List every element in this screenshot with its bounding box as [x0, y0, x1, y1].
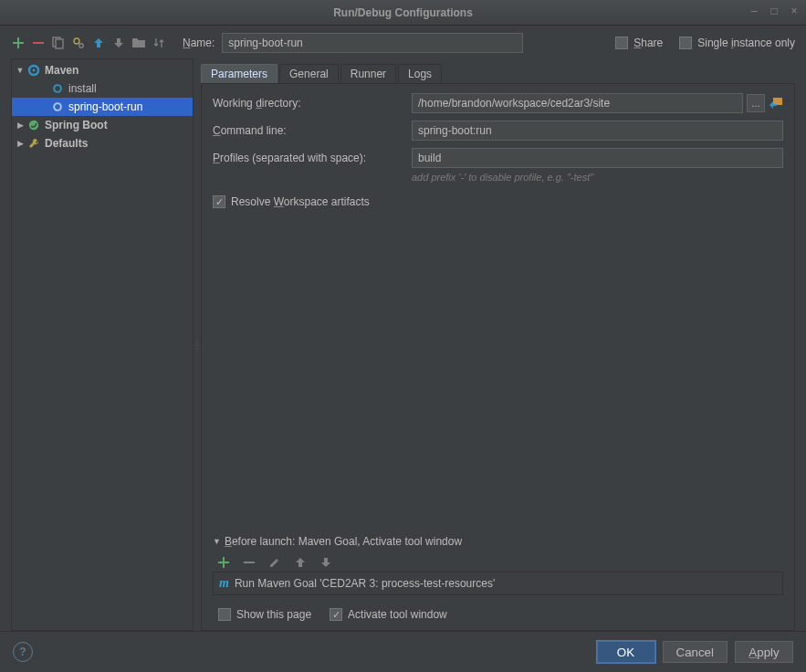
- remove-task-icon[interactable]: [242, 555, 256, 570]
- chevron-right-icon: ▶: [16, 139, 25, 148]
- svg-point-8: [54, 103, 61, 110]
- edit-task-icon[interactable]: [267, 555, 282, 570]
- settings-icon[interactable]: [71, 36, 86, 50]
- config-tree[interactable]: ▼ Maven install spring-boot-r: [11, 58, 194, 631]
- maximize-icon[interactable]: □: [768, 5, 780, 17]
- close-icon[interactable]: ×: [788, 5, 801, 17]
- svg-point-7: [54, 85, 61, 92]
- tab-logs[interactable]: Logs: [398, 64, 442, 83]
- minimize-icon[interactable]: –: [748, 5, 760, 17]
- svg-point-4: [79, 44, 83, 47]
- profiles-hint: add prefix '-' to disable profile, e.g. …: [412, 172, 783, 183]
- task-up-icon[interactable]: [293, 555, 308, 570]
- maven-badge-icon: m: [219, 576, 229, 591]
- add-task-icon[interactable]: [216, 555, 231, 570]
- svg-rect-10: [773, 98, 782, 105]
- single-instance-checkbox[interactable]: Single instance only: [679, 37, 795, 49]
- tree-node-spring-boot-run[interactable]: spring-boot-run: [12, 98, 193, 116]
- before-launch-section: ▼ Before launch: Maven Goal, Activate to…: [213, 535, 783, 621]
- profiles-input[interactable]: [412, 148, 783, 168]
- checkbox-icon: [213, 195, 225, 208]
- tab-general[interactable]: General: [279, 64, 339, 83]
- working-dir-input[interactable]: [412, 93, 743, 113]
- working-dir-label: Working directory:: [213, 97, 404, 110]
- insert-path-icon[interactable]: [769, 96, 783, 110]
- before-launch-label: Before launch: Maven Goal, Activate tool…: [225, 535, 462, 548]
- browse-button[interactable]: …: [747, 94, 765, 112]
- move-down-icon[interactable]: [111, 36, 126, 50]
- cancel-button[interactable]: Cancel: [663, 641, 728, 663]
- parameters-panel: Working directory: … Command line: Profi…: [201, 83, 795, 631]
- tab-parameters[interactable]: Parameters: [201, 64, 277, 83]
- add-config-icon[interactable]: [11, 36, 26, 50]
- folder-icon[interactable]: [131, 36, 146, 50]
- chevron-down-icon[interactable]: ▼: [213, 537, 221, 546]
- tree-node-maven[interactable]: ▼ Maven: [12, 61, 193, 79]
- help-button[interactable]: ?: [13, 642, 33, 662]
- svg-rect-0: [33, 42, 44, 44]
- gear-icon: [50, 81, 65, 96]
- checkbox-icon: [218, 608, 231, 621]
- command-line-input[interactable]: [412, 121, 783, 141]
- svg-rect-2: [56, 39, 63, 48]
- activate-tool-window-checkbox[interactable]: Activate tool window: [330, 608, 447, 621]
- svg-point-3: [74, 38, 79, 44]
- task-down-icon[interactable]: [319, 555, 333, 570]
- tree-node-spring-boot[interactable]: ▶ Spring Boot: [12, 116, 193, 134]
- top-toolbar: Name: Share Single instance only: [0, 26, 806, 58]
- move-up-icon[interactable]: [91, 36, 106, 50]
- name-label: Name:: [183, 37, 215, 49]
- ok-button[interactable]: OK: [597, 641, 655, 663]
- wrench-icon: [26, 136, 41, 151]
- chevron-down-icon: ▼: [16, 66, 25, 75]
- checkbox-icon: [330, 608, 342, 621]
- tabs: Parameters General Runner Logs: [201, 58, 795, 83]
- window-title: Run/Debug Configurations: [333, 6, 473, 19]
- checkbox-icon: [679, 37, 692, 49]
- sort-icon[interactable]: [152, 36, 166, 50]
- name-input[interactable]: [222, 33, 523, 53]
- command-line-label: Command line:: [213, 124, 404, 137]
- checkbox-icon: [615, 37, 628, 49]
- apply-button[interactable]: Apply: [735, 641, 793, 663]
- gear-icon: [50, 100, 65, 114]
- profiles-label: Profiles (separated with space):: [213, 152, 404, 164]
- svg-point-6: [33, 69, 36, 72]
- resolve-workspace-checkbox[interactable]: Resolve Workspace artifacts: [213, 195, 370, 208]
- titlebar: Run/Debug Configurations – □ ×: [0, 0, 806, 26]
- before-launch-list[interactable]: m Run Maven Goal 'CED2AR 3: process-test…: [213, 572, 783, 595]
- tree-node-install[interactable]: install: [12, 79, 193, 98]
- share-checkbox[interactable]: Share: [615, 37, 663, 49]
- spring-icon: [26, 118, 41, 132]
- splitter[interactable]: ⋮: [194, 58, 201, 631]
- svg-rect-11: [244, 562, 255, 563]
- show-this-page-checkbox[interactable]: Show this page: [218, 608, 311, 621]
- copy-config-icon[interactable]: [51, 36, 66, 50]
- chevron-right-icon: ▶: [16, 121, 25, 130]
- dialog-footer: ? OK Cancel Apply: [0, 631, 806, 672]
- remove-config-icon[interactable]: [31, 36, 46, 50]
- tab-runner[interactable]: Runner: [340, 64, 396, 83]
- tree-node-defaults[interactable]: ▶ Defaults: [12, 134, 193, 152]
- before-launch-item: Run Maven Goal 'CED2AR 3: process-test-r…: [235, 577, 495, 590]
- maven-icon: [26, 63, 41, 78]
- svg-point-9: [29, 121, 38, 130]
